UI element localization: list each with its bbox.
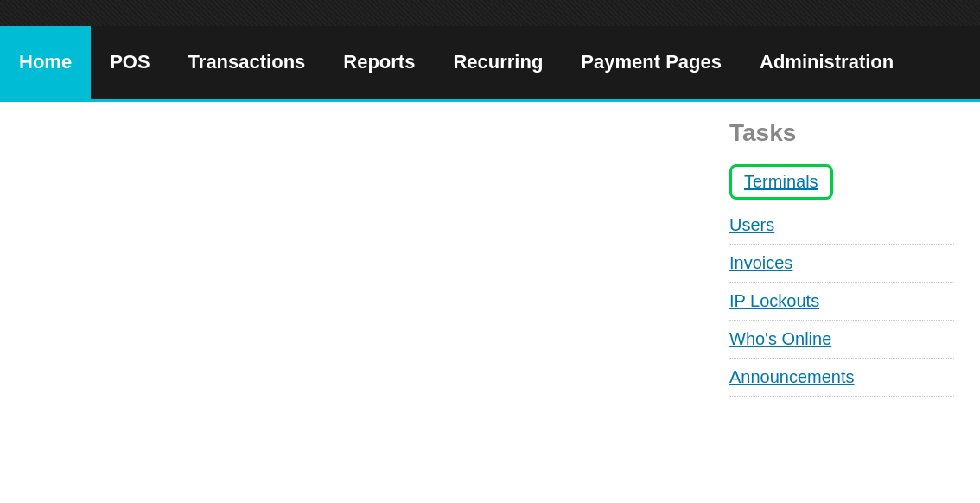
task-item-ip-lockouts[interactable]: IP Lockouts — [729, 286, 954, 316]
task-item-terminals[interactable]: Terminals — [729, 164, 833, 200]
task-item-users[interactable]: Users — [729, 210, 954, 240]
nav-item-reports[interactable]: Reports — [324, 26, 434, 99]
right-sidebar: Tasks Terminals Users Invoices IP Lockou… — [703, 102, 980, 500]
task-item-wrapper-ip-lockouts: IP Lockouts — [729, 283, 954, 321]
task-item-wrapper-whos-online: Who's Online — [729, 321, 954, 359]
task-item-wrapper-terminals: Terminals — [729, 161, 954, 207]
task-item-wrapper-users: Users — [729, 207, 954, 245]
tasks-heading: Tasks — [729, 119, 954, 147]
nav-item-payment-pages[interactable]: Payment Pages — [562, 26, 741, 99]
nav-item-recurring[interactable]: Recurring — [434, 26, 562, 99]
nav-item-pos[interactable]: POS — [91, 26, 169, 99]
main-nav: Home POS Transactions Reports Recurring … — [0, 26, 980, 102]
nav-item-administration[interactable]: Administration — [741, 26, 913, 99]
header-pattern-bar — [0, 0, 980, 26]
task-item-announcements[interactable]: Announcements — [729, 362, 954, 392]
nav-item-transactions[interactable]: Transactions — [169, 26, 325, 99]
task-item-invoices[interactable]: Invoices — [729, 248, 954, 278]
nav-item-home[interactable]: Home — [0, 26, 91, 99]
task-item-wrapper-invoices: Invoices — [729, 245, 954, 283]
task-item-whos-online[interactable]: Who's Online — [729, 324, 954, 354]
main-content: Tasks Terminals Users Invoices IP Lockou… — [0, 102, 980, 500]
task-item-wrapper-announcements: Announcements — [729, 359, 954, 397]
left-content-area — [0, 102, 703, 500]
